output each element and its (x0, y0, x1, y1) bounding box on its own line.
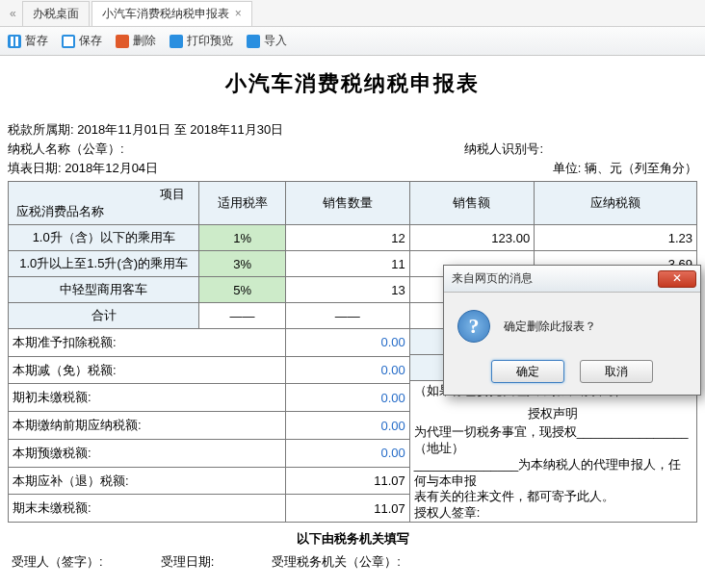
save-icon (62, 35, 75, 48)
pause-icon (8, 35, 21, 48)
ok-button[interactable]: 确定 (491, 360, 564, 383)
import-button[interactable]: 导入 (247, 33, 287, 49)
qty-cell[interactable]: 12 (285, 225, 409, 251)
cancel-button[interactable]: 取消 (580, 360, 653, 383)
print-preview-button[interactable]: 打印预览 (170, 33, 233, 49)
val-cell[interactable]: 0.00 (285, 412, 409, 440)
meta-payer: 纳税人名称（公章）: 纳税人识别号: (8, 141, 697, 158)
print-icon (170, 35, 183, 48)
val-cell: 11.07 (285, 467, 409, 495)
close-icon[interactable]: × (235, 7, 242, 20)
val-cell[interactable]: 0.00 (285, 384, 409, 412)
toolbar: 暂存 保存 删除 打印预览 导入 (0, 27, 705, 56)
pause-button[interactable]: 暂存 (8, 33, 48, 49)
footer-title: 以下由税务机关填写 (8, 530, 697, 548)
delete-button[interactable]: 删除 (116, 33, 156, 49)
save-button[interactable]: 保存 (62, 33, 102, 49)
tab-label: 小汽车消费税纳税申报表 (102, 6, 229, 22)
val-cell[interactable]: 0.00 (285, 329, 409, 357)
col-item: 项目 (13, 186, 195, 203)
tab-label: 办税桌面 (33, 6, 79, 22)
import-icon (247, 35, 260, 48)
dialog-close-button[interactable]: ✕ (658, 270, 696, 288)
tab-bar: « 办税桌面 小汽车消费税纳税申报表 × (0, 0, 705, 27)
col-name: 应税消费品名称 (13, 203, 195, 220)
dialog-title: 来自网页的消息 (452, 270, 533, 287)
footer-row: 受理人（签字）: 受理日期: 受理税务机关（公章）: (8, 553, 697, 576)
col-rate: 适用税率 (199, 182, 285, 225)
meta-period: 税款所属期: 2018年11月01日 至 2018年11月30日 (8, 121, 697, 139)
dialog-titlebar: 来自网页的消息 ✕ (444, 266, 700, 293)
val-cell[interactable]: 0.00 (285, 439, 409, 467)
col-amt: 销售额 (409, 182, 534, 225)
qty-cell[interactable]: 13 (285, 277, 409, 303)
meta-fill: 填表日期: 2018年12月04日 单位: 辆、元（列至角分） (8, 160, 697, 177)
col-tax: 应纳税额 (535, 182, 697, 225)
tab-report[interactable]: 小汽车消费税纳税申报表 × (91, 1, 252, 26)
tab-desktop[interactable]: 办税桌面 (22, 1, 90, 26)
val-cell[interactable]: 0.00 (285, 356, 409, 384)
qty-cell[interactable]: 11 (285, 251, 409, 277)
col-qty: 销售数量 (285, 182, 409, 225)
dialog-message: 确定删除此报表？ (504, 319, 596, 335)
confirm-dialog: 来自网页的消息 ✕ ? 确定删除此报表？ 确定 取消 (443, 265, 701, 396)
tax-cell[interactable]: 1.23 (535, 225, 697, 251)
amt-cell[interactable]: 123.00 (409, 225, 534, 251)
table-row: 1.0升（含）以下的乘用车 1% 12 123.00 1.23 (9, 225, 697, 251)
val-cell: 11.07 (285, 495, 409, 523)
question-icon: ? (457, 310, 490, 343)
delete-icon (116, 35, 129, 48)
tabs-back-chevron[interactable]: « (4, 7, 22, 20)
page-title: 小汽车消费税纳税申报表 (8, 69, 697, 98)
